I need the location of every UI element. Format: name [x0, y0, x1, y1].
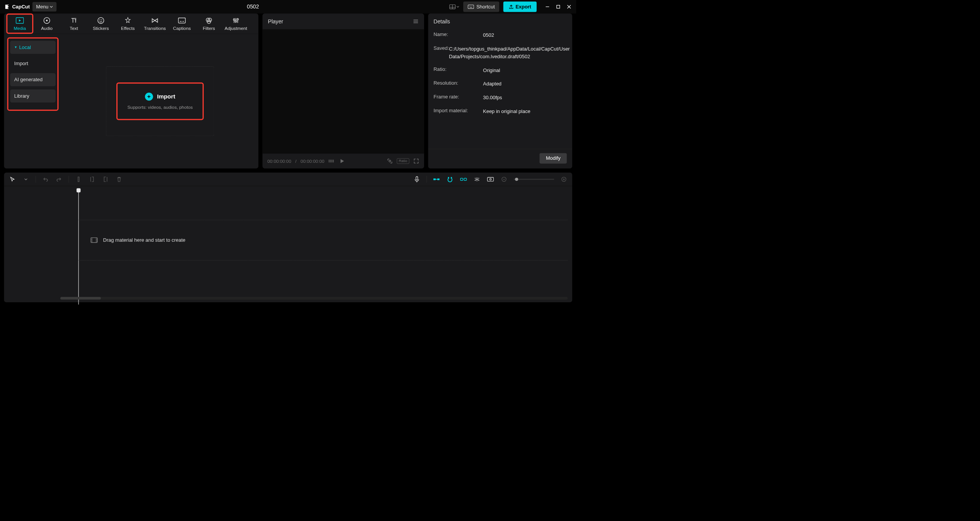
svg-rect-16: [178, 18, 185, 23]
tab-text[interactable]: Text: [60, 13, 88, 34]
preview-tool[interactable]: [487, 175, 494, 183]
tab-label: Effects: [121, 26, 135, 31]
svg-rect-36: [437, 179, 439, 180]
timeline-body[interactable]: Drag material here and start to create: [4, 186, 572, 302]
media-content: + Import Supports: videos, audios, photo…: [62, 34, 258, 169]
split-left-tool[interactable]: [88, 175, 96, 183]
player-header: Player: [268, 18, 283, 25]
timeline-panel: Drag material here and start to create: [4, 172, 572, 302]
svg-rect-48: [91, 238, 97, 243]
magnet-tool[interactable]: [446, 175, 454, 183]
media-sidebar: ▼ Local Import AI generated Library: [4, 34, 62, 169]
sidebar-item-import[interactable]: Import: [10, 57, 56, 70]
project-title: 0502: [59, 3, 447, 10]
sidebar-item-label: Library: [14, 93, 29, 99]
fullscreen-icon[interactable]: [413, 158, 419, 164]
snap-tool[interactable]: [433, 175, 440, 183]
zoom-out-button[interactable]: [500, 175, 508, 183]
svg-rect-29: [330, 160, 331, 162]
shortcut-button[interactable]: Shortcut: [463, 2, 499, 12]
ratio-button[interactable]: Ratio: [397, 158, 409, 164]
maximize-button[interactable]: [555, 4, 561, 10]
tab-label: Transitions: [144, 26, 166, 31]
svg-point-15: [101, 19, 102, 20]
select-tool[interactable]: [8, 175, 16, 183]
sidebar-item-local[interactable]: ▼ Local: [10, 41, 56, 54]
stickers-icon: [97, 16, 105, 25]
columns-icon[interactable]: [328, 159, 335, 164]
crop-icon[interactable]: [387, 158, 393, 164]
split-tool[interactable]: [75, 175, 82, 183]
svg-point-22: [234, 19, 235, 20]
export-button[interactable]: Export: [503, 2, 537, 12]
svg-point-24: [237, 18, 238, 20]
sidebar-item-library[interactable]: Library: [10, 89, 56, 102]
detail-row-saved: Saved:C:/Users/topgus_thinkpad/AppData/L…: [433, 45, 567, 60]
tab-media[interactable]: Media: [6, 13, 33, 34]
delete-tool[interactable]: [115, 175, 123, 183]
panel-menu-icon[interactable]: [413, 19, 418, 24]
tab-effects[interactable]: Effects: [114, 13, 142, 34]
tab-audio[interactable]: Audio: [33, 13, 60, 34]
keyboard-icon: [468, 5, 474, 9]
tab-label: Text: [70, 26, 78, 31]
modify-button[interactable]: Modify: [540, 153, 567, 164]
svg-point-14: [100, 19, 100, 20]
import-dropzone[interactable]: + Import Supports: videos, audios, photo…: [106, 66, 214, 136]
redo-button[interactable]: [55, 175, 63, 183]
link-tool[interactable]: [460, 175, 467, 183]
film-icon: [90, 237, 98, 243]
detail-row-import-material: Import material:Keep in original place: [433, 108, 567, 115]
player-panel: Player 00:00:00:00 / 00:00:00:00 Ratio: [263, 13, 424, 169]
timeline-track[interactable]: Drag material here and start to create: [78, 220, 568, 260]
minimize-button[interactable]: [545, 4, 550, 10]
svg-rect-3: [468, 5, 474, 9]
select-tool-dropdown[interactable]: [22, 175, 30, 183]
menu-button[interactable]: Menu: [33, 2, 57, 11]
tab-transitions[interactable]: Transitions: [141, 13, 168, 34]
split-right-tool[interactable]: [102, 175, 109, 183]
align-tool[interactable]: [473, 175, 481, 183]
tab-label: Filters: [203, 26, 215, 31]
svg-point-12: [46, 20, 48, 21]
tab-adjustment[interactable]: Adjustment: [222, 13, 250, 34]
detail-row-name: Name:0502: [433, 31, 567, 39]
captions-icon: [178, 16, 186, 25]
tab-captions[interactable]: Captions: [168, 13, 196, 34]
zoom-in-button[interactable]: [560, 175, 568, 183]
undo-button[interactable]: [42, 175, 49, 183]
detail-row-ratio: Ratio:Original: [433, 66, 567, 74]
player-time-current: 00:00:00:00: [268, 159, 291, 164]
player-controls: 00:00:00:00 / 00:00:00:00 Ratio: [263, 154, 424, 169]
tab-label: Captions: [173, 26, 191, 31]
capcut-logo-icon: [5, 3, 11, 10]
svg-rect-41: [487, 177, 493, 181]
sidebar-item-label: Local: [19, 44, 31, 50]
svg-point-13: [98, 17, 104, 23]
tab-label: Adjustment: [225, 26, 247, 31]
svg-rect-9: [557, 5, 560, 8]
tab-filters[interactable]: Filters: [195, 13, 222, 34]
audio-icon: [43, 16, 51, 25]
zoom-slider[interactable]: [514, 179, 554, 180]
svg-rect-33: [78, 177, 79, 182]
play-icon[interactable]: [339, 158, 345, 164]
tab-label: Media: [14, 26, 26, 31]
mic-button[interactable]: [413, 175, 421, 183]
layout-button[interactable]: [449, 4, 459, 9]
svg-rect-40: [464, 178, 467, 180]
tab-label: Audio: [41, 26, 52, 31]
plus-icon: +: [145, 92, 153, 100]
timeline-placeholder: Drag material here and start to create: [103, 237, 185, 243]
close-button[interactable]: [566, 4, 572, 10]
svg-rect-37: [448, 177, 449, 179]
svg-rect-28: [329, 160, 330, 162]
effects-icon: [124, 16, 132, 25]
titlebar: CapCut Menu 0502 Shortcut: [0, 0, 576, 13]
sidebar-item-ai-generated[interactable]: AI generated: [10, 73, 56, 86]
player-viewport[interactable]: [263, 29, 424, 154]
timeline-scrollbar[interactable]: [60, 297, 568, 300]
transitions-icon: [151, 16, 159, 25]
svg-rect-35: [433, 179, 436, 180]
tab-stickers[interactable]: Stickers: [87, 13, 114, 34]
